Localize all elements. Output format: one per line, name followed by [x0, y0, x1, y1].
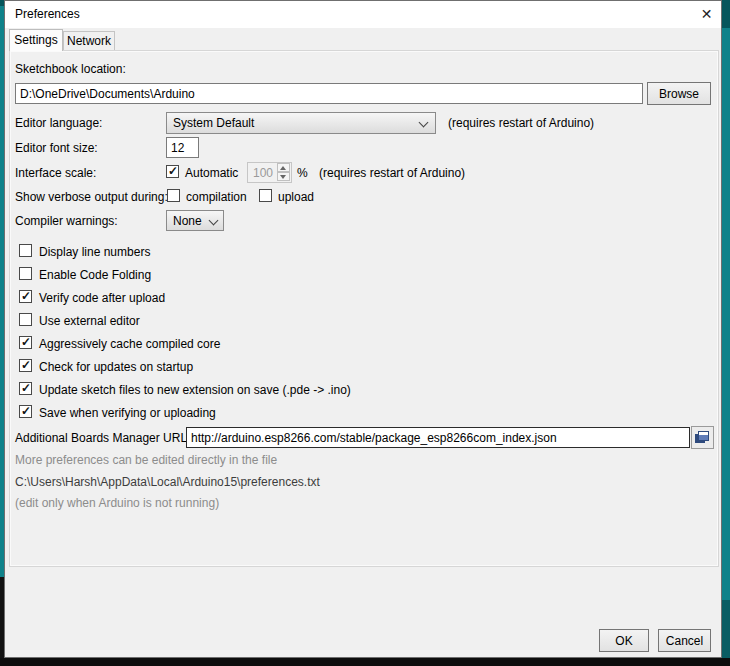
checkbox-label: Display line numbers	[39, 245, 150, 259]
checkbox-display-line-numbers[interactable]	[19, 244, 32, 257]
checkbox-label: Save when verifying or uploading	[39, 406, 216, 420]
checkbox-check-for-updates[interactable]	[19, 359, 32, 372]
checkbox-enable-code-folding[interactable]	[19, 267, 32, 280]
chevron-down-icon	[419, 118, 429, 128]
verbose-upload-label: upload	[278, 190, 314, 204]
editor-language-value: System Default	[173, 116, 254, 130]
window-title: Preferences	[15, 7, 80, 21]
sketchbook-location-label: Sketchbook location:	[15, 62, 126, 76]
close-icon[interactable]: ✕	[693, 2, 720, 27]
scale-value-spinner[interactable]: 100	[247, 162, 292, 183]
tab-settings[interactable]: Settings	[9, 29, 63, 51]
preferences-file-path: C:\Users\Harsh\AppData\Local\Arduino15\p…	[15, 475, 320, 489]
new-window-icon	[695, 431, 710, 444]
checkbox-label: Aggressively cache compiled core	[39, 337, 220, 351]
tab-network[interactable]: Network	[63, 31, 115, 51]
sketchbook-location-input[interactable]	[15, 83, 643, 104]
compiler-warnings-dropdown[interactable]: None	[166, 210, 224, 231]
automatic-scale-checkbox[interactable]	[166, 165, 179, 178]
bg-bottom-bar	[0, 658, 730, 666]
preferences-dialog: Preferences ✕ Settings Network Sketchboo…	[4, 0, 722, 658]
compiler-warnings-label: Compiler warnings:	[15, 214, 118, 228]
verbose-output-label: Show verbose output during:	[15, 190, 168, 204]
checkbox-save-when-verifying[interactable]	[19, 405, 32, 418]
checkbox-aggressively-cache[interactable]	[19, 336, 32, 349]
checkbox-label: Check for updates on startup	[39, 360, 193, 374]
bg-right-strip-dark	[722, 0, 730, 28]
verbose-compilation-label: compilation	[186, 190, 247, 204]
automatic-scale-checkbox-label: Automatic	[185, 166, 238, 180]
spinner-arrows	[277, 163, 291, 182]
boards-manager-urls-label: Additional Boards Manager URLs:	[15, 431, 196, 445]
ok-button[interactable]: OK	[599, 629, 649, 652]
edit-only-note: (edit only when Arduino is not running)	[15, 496, 219, 510]
title-bar[interactable]: Preferences ✕	[5, 1, 721, 28]
bg-right-strip-teal	[722, 28, 730, 600]
language-restart-note: (requires restart of Arduino)	[448, 116, 594, 130]
checkbox-label: Verify code after upload	[39, 291, 165, 305]
editor-font-size-label: Editor font size:	[15, 141, 98, 155]
compiler-warnings-value: None	[173, 214, 202, 228]
editor-language-label: Editor language:	[15, 116, 102, 130]
checkbox-use-external-editor[interactable]	[19, 313, 32, 326]
screen: Preferences ✕ Settings Network Sketchboo…	[0, 0, 730, 666]
spinner-down-icon[interactable]	[277, 172, 290, 181]
bg-right-strip-bottom	[722, 600, 730, 666]
percent-sign: %	[297, 166, 308, 180]
more-preferences-note: More preferences can be edited directly …	[15, 453, 277, 467]
checkbox-update-sketch-files[interactable]	[19, 382, 32, 395]
verbose-compilation-checkbox[interactable]	[167, 189, 180, 202]
open-urls-editor-button[interactable]	[691, 426, 714, 449]
editor-font-size-input[interactable]	[166, 137, 199, 158]
chevron-down-icon	[209, 216, 219, 226]
scale-restart-note: (requires restart of Arduino)	[319, 166, 465, 180]
checkbox-verify-code-after-upload[interactable]	[19, 290, 32, 303]
checkbox-label: Use external editor	[39, 314, 140, 328]
scale-value: 100	[253, 166, 273, 180]
browse-button[interactable]: Browse	[647, 82, 711, 105]
editor-language-dropdown[interactable]: System Default	[166, 112, 436, 134]
cancel-button[interactable]: Cancel	[658, 629, 711, 652]
checkbox-label: Update sketch files to new extension on …	[39, 383, 351, 397]
spinner-up-icon[interactable]	[277, 163, 290, 172]
checkbox-label: Enable Code Folding	[39, 268, 151, 282]
verbose-upload-checkbox[interactable]	[259, 189, 272, 202]
interface-scale-label: Interface scale:	[15, 166, 96, 180]
boards-manager-urls-input[interactable]	[186, 427, 690, 448]
